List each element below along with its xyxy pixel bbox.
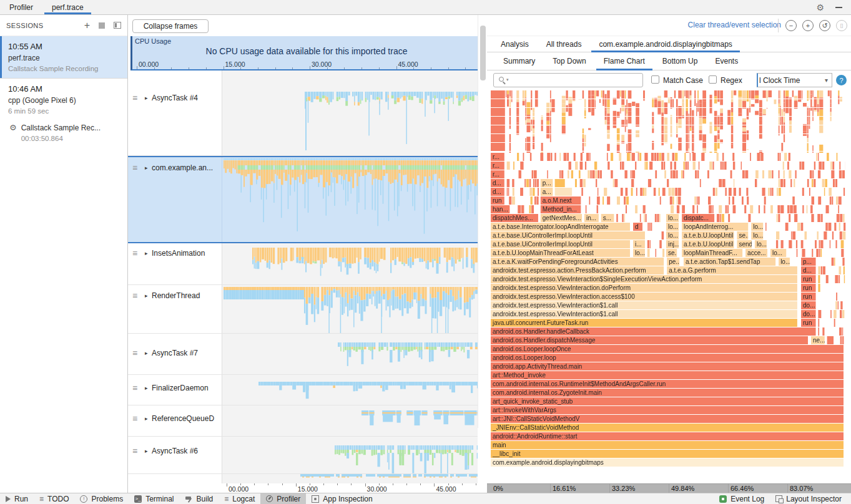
flame-frame[interactable]: i... xyxy=(633,240,645,248)
thread-activity-chart[interactable] xyxy=(222,474,478,483)
clock-type-dropdown[interactable]: l Clock Time ▾ xyxy=(757,73,832,87)
thread-row[interactable] xyxy=(128,474,478,483)
clear-selection-link[interactable]: Clear thread/event selection xyxy=(688,21,781,29)
flame-frame[interactable]: run xyxy=(801,284,816,292)
flame-frame[interactable]: han... xyxy=(491,205,509,213)
flame-frame[interactable]: pe... xyxy=(667,258,679,266)
subtab-bottom-up[interactable]: Bottom Up xyxy=(654,52,707,70)
thread-row[interactable]: ≡▸AsyncTask #7 xyxy=(128,334,478,375)
flame-frame[interactable]: android.os.Looper.loopOnce xyxy=(491,345,844,353)
thread-activity-area[interactable] xyxy=(222,437,478,473)
flame-frame[interactable]: d... xyxy=(491,188,504,196)
flame-frame[interactable]: a.o.M.next xyxy=(541,196,581,205)
expand-arrow-icon[interactable]: ▸ xyxy=(145,293,148,299)
flame-frame[interactable]: android::AndroidRuntime::start xyxy=(491,432,844,440)
subtab-flame-chart[interactable]: Flame Chart xyxy=(595,52,654,70)
flame-frame[interactable]: a.t.e.action.Tap$1.sendTap xyxy=(684,258,775,266)
thread-name[interactable]: AsyncTask #6 xyxy=(152,447,198,455)
settings-gear-icon[interactable]: ⚙ xyxy=(816,3,824,12)
thread-activity-chart[interactable] xyxy=(222,70,478,155)
flame-frame[interactable]: __libc_init xyxy=(491,450,844,458)
window-tab-profiler[interactable]: Profiler xyxy=(0,0,42,14)
zoom-to-selection-icon[interactable]: [] xyxy=(836,20,847,31)
thread-row[interactable]: ≡▸RenderThread xyxy=(128,285,478,334)
drag-handle-icon[interactable]: ≡ xyxy=(132,94,137,102)
flame-frame[interactable]: androidx.test.espresso.ViewInteraction$1… xyxy=(491,310,797,318)
flame-frame[interactable]: a.t.e.base.Interrogator.loopAndInterroga… xyxy=(491,223,630,231)
flame-frame[interactable]: androidx.test.espresso.ViewInteraction.a… xyxy=(491,293,797,301)
thread-row[interactable]: ≡▸InsetsAnimation xyxy=(128,243,478,285)
flame-frame[interactable]: send... xyxy=(737,240,752,248)
drag-handle-icon[interactable]: ≡ xyxy=(132,291,137,300)
drag-handle-icon[interactable]: ≡ xyxy=(132,163,137,172)
flame-frame[interactable]: d... xyxy=(491,179,504,187)
statusbar-item-profiler[interactable]: Profiler xyxy=(260,493,306,504)
statusbar-item-layout-inspector[interactable]: Layout Inspector xyxy=(770,493,847,504)
flame-frame[interactable]: lo... xyxy=(779,258,790,266)
thread-row[interactable]: ≡▸FinalizerDaemon xyxy=(128,375,478,405)
tab-com-example-android-displayingbitmaps[interactable]: com.example.android.displayingbitmaps xyxy=(590,36,740,52)
flame-frame[interactable]: d xyxy=(633,223,642,231)
window-tab-perf-trace[interactable]: perf.trace xyxy=(42,0,93,14)
statusbar-item-logcat[interactable]: ≡Logcat xyxy=(219,493,260,504)
match-case-checkbox[interactable] xyxy=(651,75,659,84)
expand-arrow-icon[interactable]: ▸ xyxy=(145,448,148,454)
flame-frame[interactable]: android.os.Handler.dispatchMessage xyxy=(491,336,808,344)
statusbar-item-run[interactable]: Run xyxy=(0,493,34,504)
flame-frame[interactable]: ne... xyxy=(811,336,825,344)
thread-activity-chart[interactable] xyxy=(222,157,478,242)
drag-handle-icon[interactable]: ≡ xyxy=(132,414,137,423)
flame-frame[interactable]: main xyxy=(491,441,844,449)
flame-frame[interactable]: lo... xyxy=(755,240,767,248)
flame-frame[interactable]: com.android.internal.os.RuntimeInit$Meth… xyxy=(491,380,844,388)
add-session-icon[interactable]: + xyxy=(84,21,90,31)
statusbar-item-app-inspection[interactable]: App Inspection xyxy=(306,493,378,504)
thread-activity-area[interactable] xyxy=(222,285,478,333)
drag-handle-icon[interactable]: ≡ xyxy=(132,249,137,258)
expand-arrow-icon[interactable]: ▸ xyxy=(145,351,148,356)
thread-name[interactable]: RenderThread xyxy=(152,291,200,300)
flame-frame[interactable]: java.util.concurrent.FutureTask.run xyxy=(491,319,797,327)
thread-scrollbar-thumb[interactable] xyxy=(480,26,486,80)
flame-frame[interactable]: lo... xyxy=(666,231,679,240)
flame-frame[interactable]: se... xyxy=(666,249,677,257)
flame-frame[interactable]: dispatchMes... xyxy=(491,214,538,222)
drag-handle-icon[interactable]: ≡ xyxy=(132,447,137,455)
flame-frame[interactable]: acce... xyxy=(745,249,767,257)
thread-activity-chart[interactable] xyxy=(222,437,478,473)
thread-activity-chart[interactable] xyxy=(222,375,478,405)
drag-handle-icon[interactable]: ≡ xyxy=(132,349,137,357)
zoom-in-icon[interactable]: + xyxy=(802,20,814,31)
flame-frame[interactable]: art_quick_invoke_static_stub xyxy=(491,397,844,405)
flame-frame[interactable]: run xyxy=(801,293,816,301)
flame-frame[interactable]: art::InvokeWithVarArgs xyxy=(491,406,844,414)
thread-name[interactable]: ReferenceQueueD xyxy=(152,414,214,423)
thread-row[interactable]: ≡▸AsyncTask #4 xyxy=(128,70,478,156)
flame-frame[interactable]: d... xyxy=(801,266,816,274)
subtab-top-down[interactable]: Top Down xyxy=(544,52,594,70)
flame-frame[interactable]: a.t.e.b.U.loopUntil xyxy=(682,231,734,240)
flame-frame[interactable]: run xyxy=(491,196,504,205)
expand-arrow-icon[interactable]: ▸ xyxy=(145,165,148,171)
flame-frame[interactable]: _JNIEnv::CallStaticVoidMethod xyxy=(491,424,844,432)
statusbar-item-problems[interactable]: !Problems xyxy=(74,493,129,504)
thread-activity-area[interactable] xyxy=(222,474,478,483)
statusbar-item-terminal[interactable]: >_Terminal xyxy=(129,493,179,504)
statusbar-item-event-log[interactable]: Event Log xyxy=(714,493,770,504)
flame-frame[interactable]: run xyxy=(801,275,816,283)
flame-frame[interactable]: p... xyxy=(541,179,553,187)
flame-frame[interactable]: a.t.e.b.U.loopUntil xyxy=(682,240,734,248)
tab-all-threads[interactable]: All threads xyxy=(538,36,591,52)
flame-frame[interactable]: a... xyxy=(541,188,553,196)
flame-frame[interactable]: lo... xyxy=(770,249,786,257)
collapse-panel-icon[interactable] xyxy=(114,22,121,29)
expand-arrow-icon[interactable]: ▸ xyxy=(145,251,148,256)
flame-frame[interactable]: s... xyxy=(601,214,614,222)
thread-activity-area[interactable] xyxy=(222,70,478,155)
flame-frame[interactable]: a.t.e.a.K.waitForPendingForegroundActivi… xyxy=(491,258,664,266)
flame-frame[interactable]: in... xyxy=(584,214,599,222)
flame-frame[interactable]: lo... xyxy=(751,223,763,231)
collapse-frames-button[interactable]: Collapse frames xyxy=(132,19,209,33)
session-item[interactable]: 10:55 AM perf.trace Callstack Sample Rec… xyxy=(0,36,127,79)
flame-chart[interactable]: r...r...r...d...p...d...a...runa.o.M.nex… xyxy=(491,90,847,483)
